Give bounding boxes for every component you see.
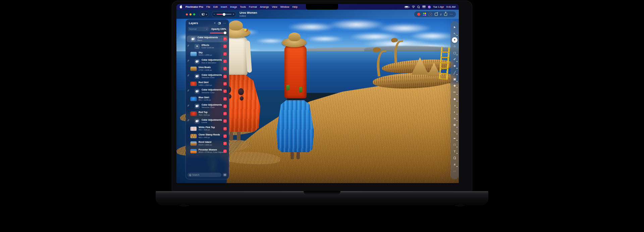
spotlight-icon[interactable]	[417, 6, 420, 8]
retouch-tool[interactable]: ✚	[451, 83, 458, 90]
color-dot-button[interactable]	[417, 13, 420, 16]
shapes-star-tool[interactable]: ☆	[451, 43, 458, 50]
color-select-tool[interactable]: ❖	[451, 63, 458, 70]
sidebar-toggle-button[interactable]: ▾	[200, 11, 209, 17]
layers-filter-button[interactable]	[223, 173, 227, 177]
menu-tools[interactable]: Tools	[240, 5, 246, 8]
gradient-tool[interactable]: ◐	[451, 109, 458, 116]
layer-row-color-adjustments-selective-color[interactable]: Color AdjustmentsSelective Color✓	[186, 103, 229, 110]
clone-stamp-tool[interactable]: ▣	[451, 76, 458, 83]
zoom-slider-track[interactable]	[217, 14, 231, 15]
layer-visibility-checkbox[interactable]: ✓	[223, 134, 227, 138]
blur-sharpen-tool[interactable]: ❆	[451, 122, 458, 129]
layer-visibility-checkbox[interactable]: ✓	[223, 60, 227, 63]
menu-view[interactable]: View	[272, 5, 277, 8]
control-center-icon[interactable]	[422, 6, 426, 8]
search-input[interactable]: Search	[187, 173, 221, 177]
menu-format[interactable]: Format	[249, 5, 257, 8]
pen-tool[interactable]: ✒	[451, 135, 458, 142]
add-layer-button[interactable]: +	[214, 22, 216, 25]
menu-file[interactable]: File	[206, 5, 210, 8]
layer-visibility-checkbox[interactable]: ✓	[223, 82, 227, 85]
menu-bar-date[interactable]: Tue 1 Apr	[433, 5, 444, 8]
zoom-tool[interactable]	[451, 155, 458, 162]
menu-insert[interactable]: Insert	[221, 5, 227, 8]
layer-row-color-adjustments-levels[interactable]: Color AdjustmentsLevels✓	[186, 117, 229, 125]
layer-row-color-adjustments-hue-saturation[interactable]: Color AdjustmentsHue & Saturation✓	[186, 58, 229, 65]
share-icon[interactable]	[444, 13, 447, 16]
crop-tool[interactable]: #	[451, 162, 458, 168]
layer-visibility-checkbox[interactable]: ✓	[223, 37, 227, 41]
frame-tool[interactable]: □	[451, 142, 458, 149]
wifi-icon[interactable]	[411, 6, 415, 8]
more-icon[interactable]: ···	[450, 13, 453, 16]
menu-pixelmator-pro[interactable]: Pixelmator Pro	[185, 5, 203, 8]
pencil-tool[interactable]: ✏	[451, 89, 458, 96]
layer-thumbnail-size-button[interactable]	[218, 22, 221, 24]
layer-visibility-checkbox[interactable]: ✓	[223, 97, 227, 101]
layer-visibility-checkbox[interactable]: ✓	[223, 127, 227, 130]
layer-visibility-checkbox[interactable]: ✓	[223, 105, 227, 108]
layer-row-effects-color-controls[interactable]: ✦EffectsColor Controls✓	[186, 43, 229, 50]
blend-mode-dropdown[interactable]: Normal ▾	[188, 27, 209, 31]
style-tool[interactable]: ✦	[452, 37, 458, 43]
layer-name: Clone Stamp Reeds	[199, 133, 223, 136]
layer-visibility-checkbox[interactable]: ✓	[223, 112, 227, 115]
slice-tool[interactable]: ╱	[451, 70, 458, 76]
opacity-slider[interactable]	[210, 33, 226, 34]
eraser-tool[interactable]: ◆	[451, 96, 458, 103]
zoom-in-button[interactable]: +	[233, 13, 234, 16]
patterns-button[interactable]	[429, 13, 432, 16]
layer-row-clone-stamp-reeds-662-449-px[interactable]: Clone Stamp Reeds662 × 449 px✓	[186, 132, 229, 140]
zoom-out-button[interactable]: −	[214, 13, 215, 16]
battery-icon[interactable]	[405, 6, 409, 8]
layer-row-color-adjustments-basic[interactable]: Color AdjustmentsBasic✓	[186, 35, 229, 43]
layer-row-reed-island-5314-1631-px[interactable]: Reed Island5314 × 1631 px✓	[186, 140, 229, 147]
zoom-slider-knob[interactable]	[223, 13, 225, 16]
marquee-select-tool[interactable]: ▢	[451, 50, 458, 57]
layer-visibility-checkbox[interactable]: ✓	[223, 90, 227, 93]
menu-bar-time[interactable]: 9:41 AM	[446, 5, 455, 8]
menu-image[interactable]: Image	[230, 5, 237, 8]
text-tool[interactable]: T	[451, 149, 458, 155]
apple-menu-icon[interactable]	[180, 6, 182, 8]
export-icon[interactable]	[435, 13, 438, 16]
smudge-tool[interactable]: ∿	[451, 129, 458, 135]
zoom-window-button[interactable]	[193, 13, 195, 15]
layer-row-red-top-703-914-px[interactable]: Red Top703 × 914 px✓	[186, 110, 229, 117]
layer-row-color-adjustments-selective-color[interactable]: Color AdjustmentsSelective Color✓	[186, 72, 229, 80]
layer-row-color-adjustments-selective-color[interactable]: Color AdjustmentsSelective Color✓	[186, 88, 229, 95]
layer-visibility-checkbox[interactable]: ✓	[223, 45, 227, 48]
minimize-window-button[interactable]	[190, 13, 192, 15]
menu-window[interactable]: Window	[280, 5, 289, 8]
layer-visibility-checkbox[interactable]: ✓	[223, 119, 227, 123]
layer-visibility-checkbox[interactable]: ✓	[223, 142, 227, 145]
layer-row-blue-skirt-861-1148-px[interactable]: Blue Skirt861 × 1148 px✓	[186, 95, 229, 102]
layer-row-uros-boats-1729-1106-px[interactable]: Uros Boats1729 × 1106 px✓	[186, 65, 229, 72]
layer-row-sky-5314-1656-px[interactable]: Sky5314 × 1656 px✓	[186, 50, 229, 58]
layer-visibility-checkbox[interactable]: ✓	[223, 75, 227, 78]
layer-visibility-checkbox[interactable]: ✓	[223, 150, 227, 153]
layer-row-peruvian-women-5616-3744-px-color-adjustm[interactable]: Peruvian Women5616 × 3744 px, Color Adju…	[186, 147, 229, 155]
menu-arrange[interactable]: Arrange	[260, 5, 269, 8]
layer-thumbnail	[191, 67, 197, 71]
layer-thumbnail	[191, 134, 197, 138]
canvas-zoom-slider[interactable]: − +	[212, 11, 236, 17]
info-icon[interactable]: i	[440, 13, 441, 16]
swatches-button[interactable]	[423, 13, 426, 16]
layer-row-white-pink-top-992-926-px[interactable]: White Pink Top992 × 926 px✓	[186, 125, 229, 132]
quick-select-tool[interactable]: ✐	[451, 56, 458, 63]
search-icon	[189, 174, 191, 176]
siri-icon[interactable]	[428, 6, 431, 8]
layers-more-button[interactable]: ···	[223, 22, 226, 25]
transform-tool[interactable]: ↖	[451, 31, 458, 37]
layer-row-red-skirt-1484-1504-px[interactable]: Red Skirt1484 × 1504 px✓	[186, 80, 229, 88]
layer-visibility-checkbox[interactable]: ✓	[223, 52, 227, 56]
more-tools[interactable]: ···	[451, 168, 458, 175]
menu-help[interactable]: Help	[292, 5, 297, 8]
dodge-burn-tool[interactable]: ☀	[451, 116, 458, 122]
menu-edit[interactable]: Edit	[213, 5, 218, 8]
close-window-button[interactable]	[186, 13, 188, 15]
layer-visibility-checkbox[interactable]: ✓	[223, 67, 227, 70]
fill-tool[interactable]: ◑	[451, 103, 458, 109]
